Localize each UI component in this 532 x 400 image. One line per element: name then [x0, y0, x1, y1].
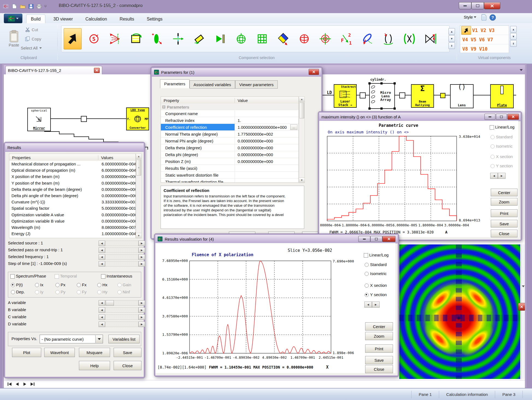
param-value[interactable]: 1.775000000e+002: [235, 132, 273, 136]
params-table-row[interactable]: Component name: [161, 110, 298, 117]
step-left-button[interactable]: ◀: [364, 302, 372, 308]
close-button[interactable]: Close: [365, 365, 393, 373]
parameters-dialog-titlebar[interactable]: C Parameters for (1): [152, 68, 321, 77]
save-button[interactable]: Save: [114, 348, 141, 357]
iy-radio[interactable]: [35, 290, 39, 294]
slider-right-button[interactable]: ▶: [138, 241, 145, 246]
nav-first-icon[interactable]: [7, 381, 13, 387]
x-section-radio[interactable]: [490, 155, 495, 159]
y-section-radio[interactable]: [365, 293, 369, 297]
source-s-icon[interactable]: S: [85, 28, 103, 49]
select-cursor-icon[interactable]: [461, 26, 471, 35]
virtual-row[interactable]: V1 V2 V3: [460, 26, 509, 35]
slider-right-button[interactable]: ▶: [138, 314, 145, 320]
slider-left-button[interactable]: ◀: [99, 314, 105, 320]
ribbon-tab-results[interactable]: Results: [115, 15, 138, 23]
cavity-lenses-icon[interactable]: [401, 28, 418, 49]
hx-radio[interactable]: [97, 283, 101, 287]
nav-last-icon[interactable]: [29, 381, 36, 387]
tab-associated-variables[interactable]: Associated variables: [190, 80, 235, 89]
copy-button[interactable]: Copy: [25, 36, 41, 41]
ribbon-tab-3d-viewer[interactable]: 3D viewer: [49, 15, 77, 23]
standard-radio[interactable]: [365, 263, 369, 267]
py-radio[interactable]: [55, 290, 60, 294]
slider-left-button[interactable]: ◀: [99, 241, 105, 246]
results-table-row[interactable]: Delta phi angle of the beam (degree)0.00…: [9, 192, 135, 199]
nav-prev-icon[interactable]: [14, 381, 20, 387]
connector-node[interactable]: [399, 92, 405, 98]
results-table-row[interactable]: X position of the beam (m)0.000000000e+0…: [9, 173, 135, 180]
variables-list-button[interactable]: Variables list: [108, 335, 140, 343]
dialog-close-button[interactable]: [309, 69, 319, 75]
params-table-row[interactable]: Delta phi (degree)0.000000000e+000: [161, 151, 298, 158]
wavefront-button[interactable]: Wavefront: [44, 348, 75, 357]
slider-thumb[interactable]: [106, 300, 114, 306]
component-spherical-mirror[interactable]: spherical Mirror: [27, 108, 51, 131]
results-table-row[interactable]: Wavelength (m)8.080000000e-007: [9, 224, 135, 230]
save-button[interactable]: Save: [491, 220, 518, 227]
params-table[interactable]: ⊟ParametersComponent nameRefractive inde…: [161, 104, 299, 183]
document-tab-close-icon[interactable]: [94, 68, 100, 73]
virtual-scroll[interactable]: ▲ ▼ ⇟: [510, 26, 517, 47]
polarizer-ellipse-icon[interactable]: [359, 28, 376, 49]
lens-green-icon[interactable]: [148, 28, 166, 49]
select-cursor-icon[interactable]: [64, 28, 82, 49]
slider-left-button[interactable]: ◀: [99, 300, 105, 306]
results-window-titlebar[interactable]: Results: [5, 143, 144, 152]
results-table-row[interactable]: Mechanical distance of propagation ...6.…: [9, 161, 135, 167]
standard-radio[interactable]: [490, 135, 495, 139]
spectrum-phase-checkbox[interactable]: [10, 274, 15, 279]
linear-log-checkbox[interactable]: [490, 125, 494, 130]
isometric-radio[interactable]: [490, 144, 495, 148]
close-button[interactable]: [484, 2, 500, 9]
close-button[interactable]: Close: [114, 361, 141, 370]
params-table-row[interactable]: Thermal wavefront distortion file: [161, 179, 298, 183]
results-table-row[interactable]: Optimization variable B value0.000000000…: [9, 218, 135, 224]
cavity-bowtie-icon[interactable]: [422, 28, 439, 49]
gain-radio[interactable]: [117, 283, 122, 287]
px-radio[interactable]: [55, 283, 60, 287]
ribbon-tab-build[interactable]: Build: [26, 14, 45, 23]
params-group-row[interactable]: ⊟Parameters: [161, 104, 298, 110]
zoom-button[interactable]: Zoom: [491, 198, 518, 206]
params-col-value[interactable]: Value: [235, 98, 248, 103]
ix-radio[interactable]: [35, 283, 39, 287]
fluence-heatmap-image[interactable]: [399, 244, 520, 379]
params-table-row[interactable]: Results file (ascii): [161, 165, 298, 172]
chevron-down-icon[interactable]: [522, 285, 525, 288]
pane-close-button[interactable]: [518, 303, 525, 311]
scroll-up-icon[interactable]: ▲: [448, 28, 455, 35]
print-icon[interactable]: [36, 3, 43, 10]
minimize-button[interactable]: [459, 2, 471, 9]
maximize-button[interactable]: [370, 236, 382, 242]
center-button[interactable]: Center: [365, 322, 393, 331]
slider-groove[interactable]: [105, 247, 138, 253]
slider-right-button[interactable]: ▶: [138, 261, 145, 267]
param-value[interactable]: 0.000000000e+000: [235, 152, 273, 157]
nav-next-icon[interactable]: [22, 381, 28, 387]
help-button[interactable]: Help: [79, 361, 110, 370]
parametric-window-titlebar[interactable]: maximum intensity () on <> (3) function …: [319, 113, 521, 121]
results-table-row[interactable]: Curvature (m^{-1})3.333330000e+003: [9, 199, 135, 205]
slider-right-button[interactable]: ▶: [138, 307, 145, 313]
visualisation-titlebar[interactable]: C Results visualisation for (4): [155, 235, 398, 243]
param-value[interactable]: 0.000000000e+000: [235, 145, 273, 150]
params-col-property[interactable]: Property: [161, 98, 235, 103]
params-table-row[interactable]: Static wavefront distortion file: [161, 172, 298, 179]
results-table-row[interactable]: Optical distance of propagation (m)6.000…: [9, 167, 135, 173]
params-table-row[interactable]: Coefficient of reflection1.0000000000000…: [161, 124, 298, 131]
virtual-row[interactable]: V4 V5 V6 V7: [460, 35, 509, 44]
fluence-chart[interactable]: Fluence of X polarizationSlice Y=3.056e-…: [155, 243, 362, 373]
msquare-button[interactable]: Msquare: [79, 348, 110, 357]
params-table-row[interactable]: Normal Phi angle (degree)0.000000000e+00…: [161, 138, 298, 144]
tilted-plate-icon[interactable]: [274, 28, 292, 49]
params-table-row[interactable]: Delta theta (degree)0.000000000e+000: [161, 144, 298, 151]
instantaneous-checkbox[interactable]: [101, 274, 105, 279]
slider-groove[interactable]: [105, 261, 138, 267]
slider-left-button[interactable]: ◀: [99, 254, 105, 260]
array-grid-icon[interactable]: [253, 28, 271, 49]
resonator-parens-icon[interactable]: [380, 28, 397, 49]
results-table[interactable]: Mechanical distance of propagation ...6.…: [9, 161, 136, 238]
x-section-radio[interactable]: [365, 284, 369, 288]
connector-node[interactable]: [81, 116, 87, 122]
